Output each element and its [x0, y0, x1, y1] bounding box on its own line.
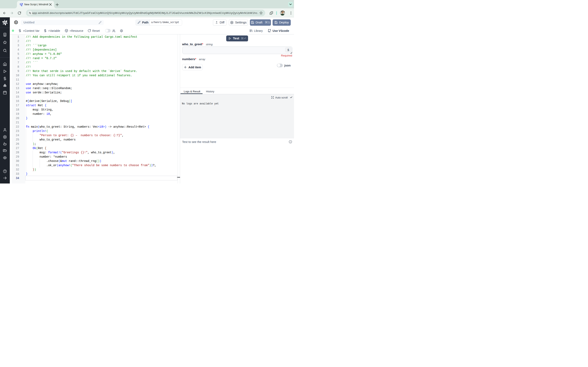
svg-text:R: R	[15, 21, 17, 24]
